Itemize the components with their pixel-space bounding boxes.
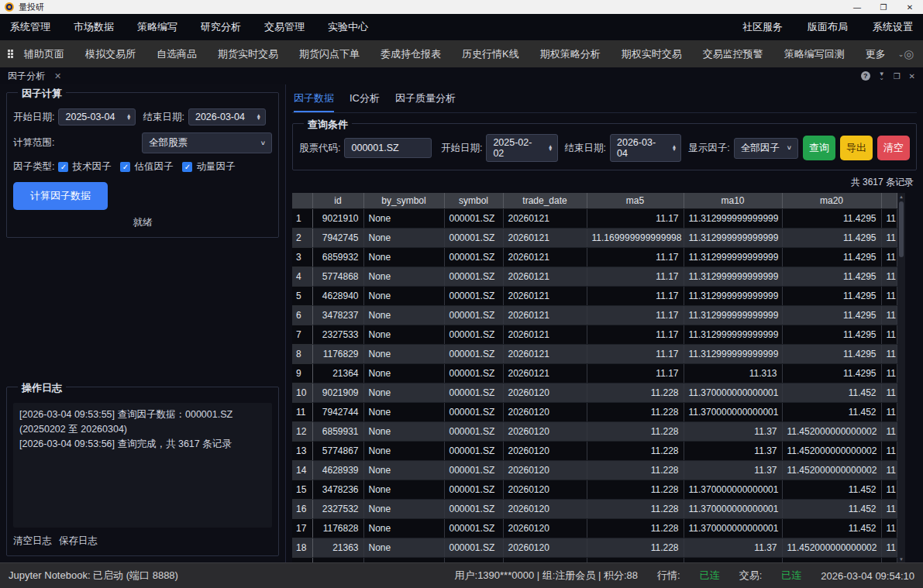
- spin-arrows-icon[interactable]: ▲▼: [126, 114, 131, 121]
- row-number-cell: 16: [292, 499, 312, 518]
- stock-code-input[interactable]: 000001.SZ: [344, 138, 431, 158]
- table-row[interactable]: 72327533None000001.SZ2026012111.1711.312…: [292, 325, 897, 344]
- vertical-scrollbar[interactable]: ▲ ▼: [897, 193, 905, 562]
- log-textarea[interactable]: [2026-03-04 09:53:55] 查询因子数据：000001.SZ (…: [13, 403, 272, 528]
- table-row[interactable]: 54628940None000001.SZ2026012111.1711.312…: [292, 286, 897, 305]
- table-row[interactable]: 126859931None000001.SZ2026012011.22811.3…: [292, 421, 897, 441]
- table-row[interactable]: 63478237None000001.SZ2026012111.1711.312…: [292, 305, 897, 325]
- cell: 11.370000000000001: [684, 402, 782, 421]
- table-row[interactable]: 36859932None000001.SZ2026012111.1711.312…: [292, 247, 897, 266]
- tabbar-gear-icon[interactable]: ◎: [904, 47, 914, 61]
- table-row[interactable]: 45774868None000001.SZ2026012111.1711.312…: [292, 266, 897, 286]
- export-button[interactable]: 导出: [840, 136, 873, 160]
- menu-lab[interactable]: 实验中心: [328, 20, 368, 34]
- maximize-button[interactable]: ❐: [870, 0, 897, 14]
- scroll-up-icon[interactable]: ▲: [899, 194, 904, 199]
- end-date-spinbox[interactable]: 2026-03-04 ▲▼: [188, 108, 266, 126]
- menu-community[interactable]: 社区服务: [742, 20, 783, 34]
- clear-button[interactable]: 清空: [877, 136, 910, 160]
- table-row[interactable]: 144628939None000001.SZ2026012011.22811.3…: [292, 460, 897, 480]
- col-header-ma5[interactable]: ma5: [587, 193, 684, 208]
- save-log-button[interactable]: 保存日志: [59, 535, 98, 548]
- tab-aux-page[interactable]: 辅助页面: [24, 47, 64, 61]
- table-row[interactable]: 1821363None000001.SZ2026012011.22811.371…: [292, 538, 897, 557]
- panel-close-icon[interactable]: ✕: [909, 72, 915, 81]
- doc-tab-close-icon[interactable]: ✕: [54, 71, 61, 81]
- checkbox-value-factor[interactable]: ✓ 估值因子: [120, 160, 173, 174]
- checkbox-momentum-factor[interactable]: ✓ 动量因子: [182, 160, 235, 174]
- table-row[interactable]: 921364None000001.SZ2026012111.1711.31311…: [292, 363, 897, 383]
- table-row[interactable]: 109021909None000001.SZ2026012011.22811.3…: [292, 383, 897, 402]
- query-button[interactable]: 查询: [803, 136, 835, 160]
- scope-select[interactable]: 全部股票 ˅: [142, 132, 272, 153]
- trade-label: 交易:: [739, 569, 763, 583]
- col-header-symbol[interactable]: symbol: [444, 193, 503, 208]
- col-header-id[interactable]: id: [312, 193, 363, 208]
- show-factor-select[interactable]: 全部因子 ˅: [734, 138, 798, 159]
- close-button[interactable]: ✕: [897, 0, 923, 14]
- tab-option-strategy[interactable]: 期权策略分析: [540, 47, 601, 61]
- checkbox-tech-factor[interactable]: ✓ 技术因子: [58, 160, 111, 174]
- table-row[interactable]: 199021908None000001.SZ20260119: [292, 557, 897, 562]
- tab-option-realtime[interactable]: 期权实时交易: [622, 47, 682, 61]
- tab-history-kline[interactable]: 历史行情K线: [462, 47, 519, 61]
- clear-log-button[interactable]: 清空日志: [13, 535, 52, 548]
- col-header-ma10[interactable]: ma10: [684, 193, 782, 208]
- menu-layout[interactable]: 版面布局: [808, 20, 848, 34]
- table-row[interactable]: 81176829None000001.SZ2026012111.1711.312…: [292, 344, 897, 363]
- query-end-spinbox[interactable]: 2026-03-04 ▲▼: [610, 134, 681, 162]
- tab-more[interactable]: 更多: [866, 47, 886, 61]
- app-grid-icon[interactable]: [8, 50, 13, 58]
- spin-arrows-icon[interactable]: ▲▼: [548, 145, 553, 152]
- table-row[interactable]: 153478236None000001.SZ2026012011.22811.3…: [292, 480, 897, 499]
- tab-watchlist[interactable]: 自选商品: [157, 47, 197, 61]
- row-number-cell: 14: [292, 460, 312, 480]
- row-number-cell: 5: [292, 286, 312, 305]
- calc-factor-data-button[interactable]: 计算因子数据: [13, 182, 108, 210]
- tab-factor-data[interactable]: 因子数据: [294, 91, 334, 112]
- scroll-down-icon[interactable]: ▼: [899, 557, 904, 562]
- cell: 9021909: [312, 383, 363, 402]
- menu-trade[interactable]: 交易管理: [264, 20, 305, 34]
- table-row[interactable]: 162327532None000001.SZ2026012011.22811.3…: [292, 499, 897, 518]
- cell: None: [363, 499, 444, 518]
- doc-tab-factor-analysis[interactable]: 因子分析: [8, 70, 45, 83]
- panel-restore-icon[interactable]: ❐: [894, 72, 901, 81]
- menu-system[interactable]: 系统管理: [10, 20, 50, 34]
- start-date-spinbox[interactable]: 2025-03-04 ▲▼: [58, 108, 136, 126]
- table-row[interactable]: 117942744None000001.SZ2026012011.22811.3…: [292, 402, 897, 421]
- tab-trade-monitor[interactable]: 交易监控预警: [703, 47, 763, 61]
- vertical-scroll-thumb[interactable]: [899, 201, 904, 257]
- menu-research[interactable]: 研究分析: [201, 20, 241, 34]
- col-header-rownum[interactable]: [292, 193, 312, 208]
- cell: 000001.SZ: [444, 208, 503, 228]
- col-header-ma20[interactable]: ma20: [782, 193, 881, 208]
- help-icon[interactable]: ?: [861, 71, 870, 81]
- spin-arrows-icon[interactable]: ▲▼: [257, 114, 261, 121]
- tab-sim-exchange[interactable]: 模拟交易所: [85, 47, 136, 61]
- more-caret-icon[interactable]: ⌄: [898, 50, 904, 58]
- menu-strategy[interactable]: 策略编写: [137, 20, 177, 34]
- tab-futures-realtime[interactable]: 期货实时交易: [218, 47, 278, 61]
- table-row[interactable]: 171176828None000001.SZ2026012011.22811.3…: [292, 518, 897, 538]
- table-row[interactable]: 19021910None000001.SZ2026012111.1711.312…: [292, 208, 897, 228]
- query-start-spinbox[interactable]: 2025-02-02 ▲▼: [486, 134, 557, 162]
- tab-position-report[interactable]: 委成持仓报表: [381, 47, 441, 61]
- cell: 11.4295: [782, 344, 881, 363]
- panel-dropdown-icon[interactable]: ▼⌄: [879, 72, 885, 80]
- table-row[interactable]: 135774867None000001.SZ2026012011.22811.3…: [292, 441, 897, 460]
- spin-arrows-icon[interactable]: ▲▼: [672, 145, 677, 152]
- tab-ic-analysis[interactable]: IC分析: [350, 91, 380, 112]
- cell: 11.312999999999999: [684, 286, 782, 305]
- tab-strategy-backtest[interactable]: 策略编写回测: [784, 47, 845, 61]
- col-header-trade-date[interactable]: trade_date: [503, 193, 587, 208]
- cell: 11: [881, 499, 897, 518]
- menu-settings[interactable]: 系统设置: [873, 20, 913, 34]
- menu-bar: 系统管理 市场数据 策略编写 研究分析 交易管理 实验中心 社区服务 版面布局 …: [0, 14, 923, 40]
- minimize-button[interactable]: —: [844, 0, 870, 14]
- tab-futures-flash[interactable]: 期货闪点下单: [299, 47, 360, 61]
- col-header-by-symbol[interactable]: by_symbol: [363, 193, 444, 208]
- table-row[interactable]: 27942745None000001.SZ2026012111.16999999…: [292, 228, 897, 247]
- tab-factor-quality[interactable]: 因子质量分析: [395, 91, 456, 112]
- menu-market-data[interactable]: 市场数据: [74, 20, 114, 34]
